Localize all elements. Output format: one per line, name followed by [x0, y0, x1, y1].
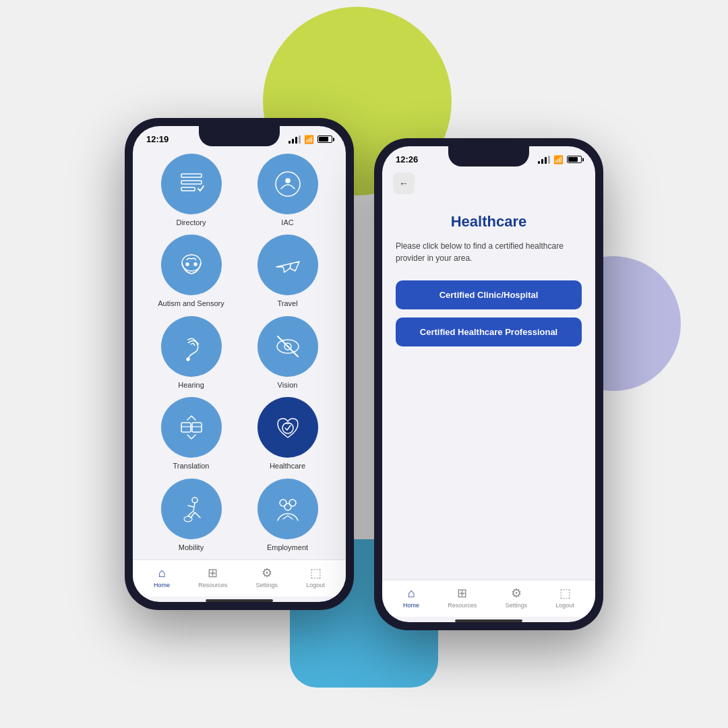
svg-point-18: [192, 497, 198, 503]
nav-resources-2[interactable]: ⊞ Resources: [448, 586, 477, 609]
healthcare-icon-circle: [257, 397, 318, 458]
logout-label-1: Logout: [306, 582, 325, 588]
translation-label: Translation: [173, 462, 209, 470]
nav-resources-1[interactable]: ⊞ Resources: [198, 566, 227, 588]
svg-rect-13: [181, 423, 191, 432]
employment-label: Employment: [267, 543, 308, 551]
menu-item-travel[interactable]: Travel: [243, 235, 332, 309]
svg-point-7: [194, 263, 197, 266]
translation-icon: [175, 411, 208, 444]
hearing-icon: [175, 330, 208, 363]
hearing-icon-circle: [161, 316, 222, 377]
healthcare-icon: [271, 411, 305, 444]
employment-icon-circle: [257, 479, 318, 539]
travel-icon: [271, 248, 305, 282]
menu-item-vision[interactable]: Vision: [243, 316, 332, 390]
phone-2: 12:26 📶 ←: [374, 138, 603, 630]
phone-1: 12:19 📶: [125, 118, 354, 610]
notch-1: [199, 126, 280, 146]
nav-logout-1[interactable]: ⬚ Logout: [306, 566, 325, 588]
bottom-nav-1: ⌂ Home ⊞ Resources ⚙ Settings ⬚ Logout: [133, 559, 346, 597]
hearing-label: Hearing: [178, 381, 204, 389]
svg-point-22: [284, 504, 291, 510]
wifi-icon-1: 📶: [304, 135, 314, 144]
wifi-icon-2: 📶: [553, 155, 564, 164]
battery-icon-1: [317, 135, 332, 143]
phone-1-inner: 12:19 📶: [133, 126, 346, 602]
screen-content-1: Directory IAC: [133, 147, 346, 602]
phone-2-inner: 12:26 📶 ←: [382, 146, 595, 622]
iac-label: IAC: [281, 218, 293, 226]
menu-item-directory[interactable]: Directory: [146, 154, 236, 228]
settings-label-1: Settings: [256, 582, 278, 588]
healthcare-title: Healthcare: [396, 213, 582, 231]
logout-label-2: Logout: [555, 602, 574, 609]
home-bar-2: [455, 619, 522, 622]
notch-2: [448, 146, 529, 166]
resources-label-1: Resources: [198, 582, 227, 588]
mobility-label: Mobility: [179, 543, 204, 551]
menu-item-healthcare[interactable]: Healthcare: [243, 397, 332, 471]
mobility-icon-circle: [161, 479, 222, 539]
nav-home-1[interactable]: ⌂ Home: [154, 566, 170, 588]
directory-label: Directory: [176, 218, 206, 226]
nav-logout-2[interactable]: ⬚ Logout: [555, 586, 574, 609]
nav-home-2[interactable]: ⌂ Home: [403, 586, 419, 609]
back-button[interactable]: ←: [393, 173, 415, 194]
logout-icon-1: ⬚: [310, 566, 322, 580]
bottom-nav-2: ⌂ Home ⊞ Resources ⚙ Settings ⬚ Logout: [382, 580, 595, 617]
settings-icon-1: ⚙: [262, 566, 272, 580]
time-2: 12:26: [396, 154, 418, 164]
svg-rect-0: [181, 174, 202, 177]
home-icon-1: ⌂: [158, 566, 166, 580]
back-arrow: ←: [399, 178, 408, 189]
signal-icon-2: [538, 156, 550, 164]
svg-point-4: [286, 179, 290, 183]
svg-point-9: [187, 358, 189, 361]
menu-grid: Directory IAC: [133, 147, 346, 559]
healthcare-label: Healthcare: [270, 462, 305, 470]
iac-icon: [271, 167, 305, 201]
translation-icon-circle: [161, 397, 222, 458]
status-right-2: 📶: [538, 155, 582, 164]
svg-point-3: [276, 172, 300, 196]
signal-icon-1: [289, 135, 301, 144]
screen-content-2: ← Healthcare Please click below to find …: [382, 167, 595, 622]
home-bar-1: [206, 599, 273, 602]
menu-item-hearing[interactable]: Hearing: [146, 316, 236, 390]
menu-item-autism[interactable]: Autism and Sensory: [146, 235, 236, 309]
nav-settings-2[interactable]: ⚙ Settings: [506, 586, 528, 609]
logout-icon-2: ⬚: [559, 586, 571, 601]
battery-icon-2: [567, 156, 582, 163]
resources-label-2: Resources: [448, 602, 477, 609]
settings-label-2: Settings: [506, 602, 528, 609]
clinic-button[interactable]: Certified Clinic/Hospital: [396, 280, 582, 309]
mobility-icon: [175, 492, 208, 526]
svg-point-19: [184, 516, 192, 522]
autism-icon: [175, 248, 208, 282]
menu-item-mobility[interactable]: Mobility: [146, 479, 236, 553]
svg-point-6: [186, 263, 189, 266]
menu-item-translation[interactable]: Translation: [146, 397, 236, 471]
travel-label: Travel: [277, 299, 297, 307]
professional-button[interactable]: Certified Healthcare Professional: [396, 317, 582, 346]
nav-settings-1[interactable]: ⚙ Settings: [256, 566, 278, 588]
home-label-1: Home: [154, 582, 170, 588]
status-right-1: 📶: [289, 135, 332, 144]
scene: 12:19 📶: [125, 98, 603, 630]
menu-item-iac[interactable]: IAC: [243, 154, 332, 228]
resources-icon-1: ⊞: [208, 566, 218, 580]
svg-rect-2: [181, 187, 195, 191]
vision-icon: [271, 330, 305, 363]
vision-icon-circle: [257, 316, 318, 377]
autism-label: Autism and Sensory: [158, 299, 224, 307]
vision-label: Vision: [278, 381, 298, 389]
home-label-2: Home: [403, 602, 419, 609]
directory-icon-circle: [161, 154, 222, 214]
employment-icon: [271, 492, 305, 526]
iac-icon-circle: [257, 154, 318, 214]
settings-icon-2: ⚙: [511, 586, 522, 601]
resources-icon-2: ⊞: [457, 586, 467, 601]
menu-item-employment[interactable]: Employment: [243, 479, 332, 553]
svg-rect-14: [192, 423, 202, 432]
